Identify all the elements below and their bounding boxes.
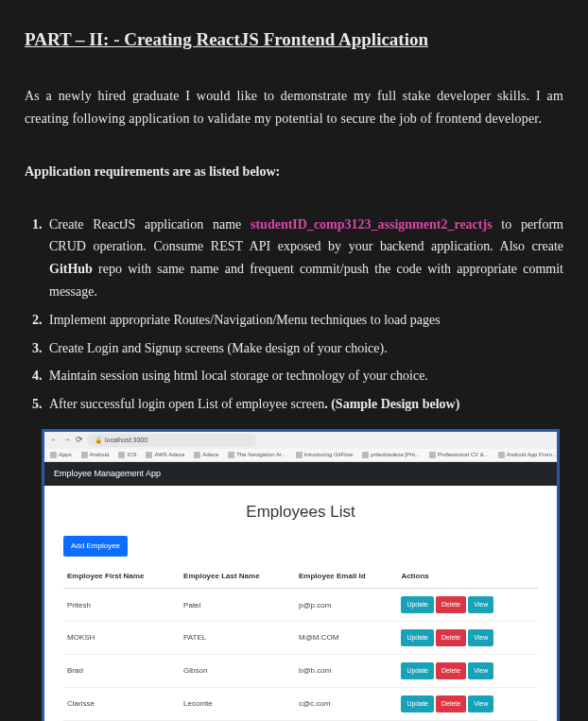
table-row: PriteshPatelp@p.comUpdateDeleteView xyxy=(63,589,538,622)
url-text: localhost:3000 xyxy=(105,437,147,443)
table-cell: Pritesh xyxy=(63,589,180,622)
section-title: PART – II: - Creating ReactJS Frontend A… xyxy=(25,25,563,55)
bookmark-bar: AppsAndroidiOSAWS AdexaAdexaThe Navigati… xyxy=(44,449,557,462)
nav-fwd-icon: → xyxy=(62,437,71,445)
bookmark-item: iOS xyxy=(118,450,136,459)
req-item-2: Implement appropriate Routes/Navigation/… xyxy=(45,309,563,332)
table-row: ClarisseLecomtec@c.comUpdateDeleteView xyxy=(63,688,538,721)
update-button[interactable]: Update xyxy=(401,629,434,646)
req1-suffix: repo with same name and frequent commit/… xyxy=(49,262,563,299)
nav-reload-icon: ⟳ xyxy=(75,437,83,445)
view-button[interactable]: View xyxy=(468,596,493,613)
table-row: MOKSHPATELM@M.COMUpdateDeleteView xyxy=(63,622,538,655)
table-cell: Brad xyxy=(63,655,180,688)
actions-cell: UpdateDeleteView xyxy=(397,655,538,688)
table-row: BradGibsonb@b.comUpdateDeleteView xyxy=(63,655,538,688)
req-item-1: Create ReactJS application name studentI… xyxy=(45,214,563,303)
table-cell: MOKSH xyxy=(63,622,180,655)
update-button[interactable]: Update xyxy=(401,695,434,712)
req5-bold: . (Sample Design below) xyxy=(324,397,459,411)
table-cell: Gibson xyxy=(180,655,295,688)
table-header: Employee First Name xyxy=(63,564,180,589)
req5-text: After successful login open List of empl… xyxy=(49,397,324,411)
actions-cell: UpdateDeleteView xyxy=(397,622,538,655)
delete-button[interactable]: Delete xyxy=(436,662,466,679)
table-cell: Lecomte xyxy=(180,688,295,721)
url-bar: 🔒 localhost:3000 xyxy=(87,434,257,447)
actions-cell: UpdateDeleteView xyxy=(397,688,538,721)
update-button[interactable]: Update xyxy=(401,596,434,613)
view-button[interactable]: View xyxy=(468,662,493,679)
table-cell: b@b.com xyxy=(295,655,397,688)
table-cell: PATEL xyxy=(180,622,295,655)
table-header: Employee Last Name xyxy=(180,564,295,589)
req-item-5: After successful login open List of empl… xyxy=(45,393,563,416)
table-header: Employee Email Id xyxy=(295,564,397,589)
sample-design-screenshot: ← → ⟳ 🔒 localhost:3000 AppsAndroidiOSAWS… xyxy=(42,429,560,721)
bookmark-item: Android App From... xyxy=(498,450,557,459)
req-item-4: Maintain session using html local storag… xyxy=(45,365,563,387)
view-button[interactable]: View xyxy=(468,629,493,646)
add-employee-button[interactable]: Add Employee xyxy=(63,536,128,557)
delete-button[interactable]: Delete xyxy=(436,695,466,712)
bookmark-item: The Navigation Ar... xyxy=(228,450,285,459)
app-header: Employee Management App xyxy=(44,462,557,486)
delete-button[interactable]: Delete xyxy=(436,629,466,646)
bookmark-item: Introducing GitFlow xyxy=(296,450,354,459)
intro-paragraph: As a newly hired graduate I would like t… xyxy=(25,85,563,130)
bookmark-item: priteshadexa [Prit... xyxy=(362,450,420,459)
table-cell: M@M.COM xyxy=(295,622,397,655)
delete-button[interactable]: Delete xyxy=(436,596,466,613)
browser-toolbar: ← → ⟳ 🔒 localhost:3000 xyxy=(44,432,557,449)
bookmark-item: Professional CV &... xyxy=(429,450,489,459)
requirements-list: Create ReactJS application name studentI… xyxy=(25,214,563,416)
requirements-header: Application requirements are as listed b… xyxy=(25,161,563,183)
nav-back-icon: ← xyxy=(50,437,59,445)
update-button[interactable]: Update xyxy=(401,662,434,679)
req1-prefix: Create ReactJS application name xyxy=(49,217,251,232)
bookmark-item: Android xyxy=(81,450,110,459)
req1-appname: studentID_comp3123_assignment2_reactjs xyxy=(251,217,493,232)
req-item-3: Create Login and Signup screens (Make de… xyxy=(45,337,563,360)
table-header: Actions xyxy=(397,564,538,589)
table-cell: Clarisse xyxy=(63,688,180,721)
employees-table: Employee First NameEmployee Last NameEmp… xyxy=(63,564,538,721)
bookmark-item: Adexa xyxy=(194,450,218,459)
actions-cell: UpdateDeleteView xyxy=(397,589,538,622)
bookmark-item: AWS Adexa xyxy=(146,450,184,459)
req1-github: GitHub xyxy=(49,262,93,276)
table-cell: p@p.com xyxy=(295,589,397,622)
bookmark-item: Apps xyxy=(50,450,72,459)
employees-list-title: Employees List xyxy=(44,486,557,532)
view-button[interactable]: View xyxy=(468,695,493,712)
table-cell: c@c.com xyxy=(295,688,397,721)
table-cell: Patel xyxy=(180,589,295,622)
